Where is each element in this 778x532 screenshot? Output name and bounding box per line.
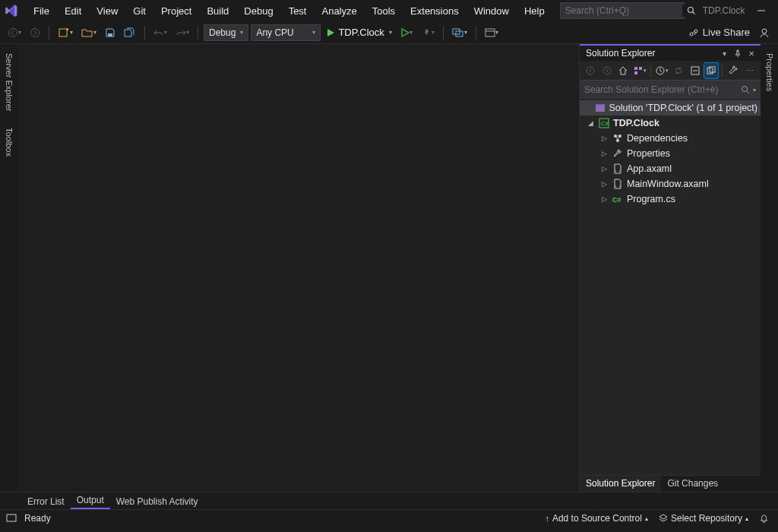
global-search-input[interactable]: [565, 5, 679, 16]
forward-icon[interactable]: [599, 62, 615, 79]
solution-search-input[interactable]: [584, 84, 741, 95]
live-share-button[interactable]: Live Share: [685, 24, 753, 41]
save-button[interactable]: [102, 24, 119, 41]
menu-debug[interactable]: Debug: [236, 2, 280, 20]
collapse-twisty-icon[interactable]: ▷: [599, 180, 609, 188]
solution-search[interactable]: ▾: [580, 81, 761, 99]
menu-test[interactable]: Test: [281, 2, 315, 20]
tree-item-dependencies[interactable]: ▷ Dependencies: [580, 131, 761, 146]
collapse-twisty-icon[interactable]: ▷: [599, 195, 609, 203]
tree-item-properties[interactable]: ▷ Properties: [580, 146, 761, 161]
svg-point-14: [762, 29, 767, 33]
menu-build[interactable]: Build: [199, 2, 236, 20]
search-dropdown-icon[interactable]: ▾: [753, 87, 756, 93]
collapse-twisty-icon[interactable]: ▷: [599, 150, 609, 157]
panel-title: Solution Explorer: [586, 48, 655, 59]
axaml-file-icon: [612, 178, 624, 190]
properties-tab[interactable]: Properties: [764, 50, 776, 94]
browse-button[interactable]: ▾: [449, 24, 470, 41]
hot-reload-button[interactable]: ▾: [418, 24, 438, 41]
home-icon[interactable]: [616, 62, 631, 79]
solution-explorer-header[interactable]: Solution Explorer ▾ ✕: [580, 44, 761, 61]
tab-git-changes[interactable]: Git Changes: [661, 476, 724, 492]
collapse-all-icon[interactable]: [688, 62, 703, 79]
status-ready: Ready: [24, 513, 51, 524]
project-label: TDP.Clock: [613, 118, 659, 128]
notifications-button[interactable]: [756, 512, 772, 525]
menu-git[interactable]: Git: [125, 2, 153, 20]
menu-window[interactable]: Window: [466, 2, 517, 20]
menu-tools[interactable]: Tools: [365, 2, 403, 20]
separator: [443, 26, 444, 40]
svg-point-25: [742, 87, 748, 92]
add-source-control-button[interactable]: ↑Add to Source Control▴: [542, 511, 651, 525]
nav-back-button[interactable]: ▾: [5, 24, 24, 41]
tree-item-app-axaml[interactable]: ▷ App.axaml: [580, 161, 761, 176]
svg-point-15: [587, 67, 594, 74]
properties-icon[interactable]: [726, 62, 741, 79]
preview-icon[interactable]: ⋯: [742, 62, 757, 79]
back-icon[interactable]: [583, 62, 598, 79]
sync-icon[interactable]: [671, 62, 686, 79]
switch-views-icon[interactable]: ▾: [632, 62, 647, 79]
start-debug-button[interactable]: TDP.Clock▾: [323, 24, 394, 41]
collapse-twisty-icon[interactable]: ▷: [599, 135, 609, 142]
tree-item-program-cs[interactable]: ▷ C# Program.cs: [580, 192, 761, 207]
collapse-twisty-icon[interactable]: ▷: [599, 165, 609, 173]
tab-web-publish[interactable]: Web Publish Activity: [110, 494, 204, 509]
separator: [198, 26, 198, 40]
pending-changes-filter-icon[interactable]: ▾: [654, 62, 669, 79]
menu-project[interactable]: Project: [153, 2, 199, 20]
pin-icon[interactable]: [732, 47, 744, 59]
project-node[interactable]: ◢ C# TDP.Clock: [580, 116, 761, 131]
svg-rect-12: [485, 29, 495, 36]
new-item-button[interactable]: ▾: [55, 24, 76, 41]
svg-rect-19: [634, 71, 637, 74]
solution-label: Solution 'TDP.Clock' (1 of 1 project): [609, 103, 757, 113]
tree-item-mainwindow-axaml[interactable]: ▷ MainWindow.axaml: [580, 176, 761, 192]
svg-rect-35: [7, 515, 16, 521]
window-controls: [745, 0, 778, 21]
solution-node[interactable]: Solution 'TDP.Clock' (1 of 1 project): [580, 100, 761, 116]
menu-edit[interactable]: Edit: [57, 2, 89, 20]
server-explorer-tab[interactable]: Server Explorer: [3, 50, 15, 114]
svg-rect-17: [634, 67, 637, 70]
status-bar: Ready ↑Add to Source Control▴ Select Rep…: [0, 509, 778, 527]
window-layout-button[interactable]: ▾: [482, 24, 501, 41]
menu-view[interactable]: View: [89, 2, 125, 20]
configuration-combo[interactable]: Debug▾: [204, 24, 248, 41]
tab-output[interactable]: Output: [71, 492, 110, 509]
feedback-button[interactable]: [755, 24, 773, 41]
start-without-debug-button[interactable]: ▾: [397, 24, 416, 41]
search-icon[interactable]: [741, 85, 750, 94]
solution-explorer-toolbar: ▾ ▾ ⋯: [580, 61, 761, 81]
show-all-files-icon[interactable]: [704, 62, 719, 79]
svg-point-0: [688, 8, 693, 13]
menu-help[interactable]: Help: [517, 2, 552, 20]
right-tool-rail: Properties: [761, 44, 778, 492]
redo-button[interactable]: ▾: [172, 24, 192, 41]
open-file-button[interactable]: ▾: [78, 24, 100, 41]
menu-file[interactable]: File: [26, 2, 57, 20]
nav-forward-button[interactable]: [27, 24, 43, 41]
menu-extensions[interactable]: Extensions: [403, 2, 466, 20]
tab-error-list[interactable]: Error List: [21, 494, 71, 509]
solution-tree: Solution 'TDP.Clock' (1 of 1 project) ◢ …: [580, 99, 761, 475]
undo-button[interactable]: ▾: [150, 24, 170, 41]
search-icon[interactable]: [682, 5, 701, 17]
select-repository-button[interactable]: Select Repository▴: [656, 511, 751, 525]
wrench-icon: [612, 147, 624, 160]
expand-twisty-icon[interactable]: ◢: [586, 119, 595, 127]
minimize-button[interactable]: [745, 0, 778, 21]
vs-logo-icon: [5, 2, 18, 19]
svg-rect-28: [596, 104, 605, 106]
toolbox-tab[interactable]: Toolbox: [3, 125, 15, 160]
panel-dropdown-icon[interactable]: ▾: [718, 47, 730, 59]
tab-solution-explorer[interactable]: Solution Explorer: [580, 476, 661, 492]
platform-combo[interactable]: Any CPU▾: [251, 24, 321, 41]
save-all-button[interactable]: [121, 24, 139, 41]
close-panel-icon[interactable]: ✕: [745, 47, 757, 59]
global-search[interactable]: [560, 2, 685, 19]
svg-text:C#: C#: [612, 196, 621, 204]
menu-analyze[interactable]: Analyze: [314, 2, 364, 20]
